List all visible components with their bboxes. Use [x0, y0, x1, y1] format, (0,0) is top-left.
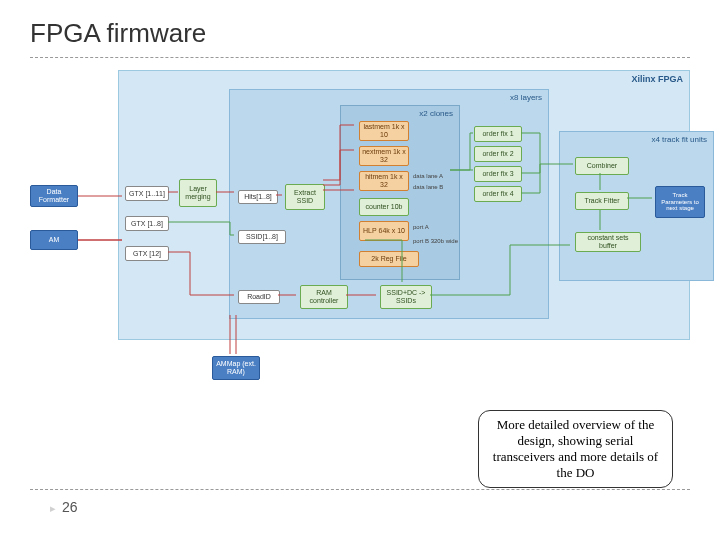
block-hits: Hits[1..8] — [238, 190, 278, 204]
block-lastmem: lastmem 1k x 10 — [359, 121, 409, 141]
region-fit-label: x4 track fit units — [651, 135, 707, 144]
label-lane-b: data lane B — [413, 184, 443, 190]
block-roadid: RoadID — [238, 290, 280, 304]
block-const-buf: constant sets buffer — [575, 232, 641, 252]
block-combiner: Combiner — [575, 157, 629, 175]
block-data-formatter: Data Formatter — [30, 185, 78, 207]
block-track-params: Track Parameters to next stage — [655, 186, 705, 218]
block-gtx1: GTX [1..11] — [125, 186, 169, 201]
block-track-fitter: Track Fitter — [575, 192, 629, 210]
block-counter: counter 10b — [359, 198, 409, 216]
page-number: 26 — [50, 499, 78, 515]
block-nextmem: nextmem 1k x 32 — [359, 146, 409, 166]
region-clones: x2 clones lastmem 1k x 10 nextmem 1k x 3… — [340, 105, 460, 280]
block-layer-merging: Layer merging — [179, 179, 217, 207]
block-orderfix4: order fix 4 — [474, 186, 522, 202]
label-port-a: port A — [413, 224, 429, 230]
region-clones-label: x2 clones — [419, 109, 453, 118]
block-gtx2: GTX [1..8] — [125, 216, 169, 231]
block-orderfix2: order fix 2 — [474, 146, 522, 162]
block-ram-ctrl: RAM controller — [300, 285, 348, 309]
footer-divider — [30, 489, 690, 490]
title-divider — [30, 57, 690, 58]
region-layers-label: x8 layers — [510, 93, 542, 102]
region-fpga: Xilinx FPGA GTX [1..11] GTX [1..8] GTX [… — [118, 70, 690, 340]
block-orderfix1: order fix 1 — [474, 126, 522, 142]
block-ssid-dc: SSID+DC -> SSIDs — [380, 285, 432, 309]
block-hlp: HLP 64k x 10 — [359, 221, 409, 241]
region-fpga-label: Xilinx FPGA — [631, 74, 683, 84]
diagram: Data Formatter AM Xilinx FPGA GTX [1..11… — [30, 70, 690, 400]
block-orderfix3: order fix 3 — [474, 166, 522, 182]
block-hitmem: hitmem 1k x 32 — [359, 171, 409, 191]
block-am: AM — [30, 230, 78, 250]
block-ssid-in: SSID[1..8] — [238, 230, 286, 244]
block-gtx3: GTX [12] — [125, 246, 169, 261]
region-layers: x8 layers Hits[1..8] Extract SSID SSID[1… — [229, 89, 549, 319]
callout-box: More detailed overview of the design, sh… — [478, 410, 673, 488]
label-port-b: port B 320b wide — [413, 238, 458, 244]
label-lane-a: data lane A — [413, 173, 443, 179]
block-regfile: 2k Reg File — [359, 251, 419, 267]
block-ammap: AMMap (ext. RAM) — [212, 356, 260, 380]
slide-title: FPGA firmware — [30, 18, 690, 49]
block-extract-ssid: Extract SSID — [285, 184, 325, 210]
